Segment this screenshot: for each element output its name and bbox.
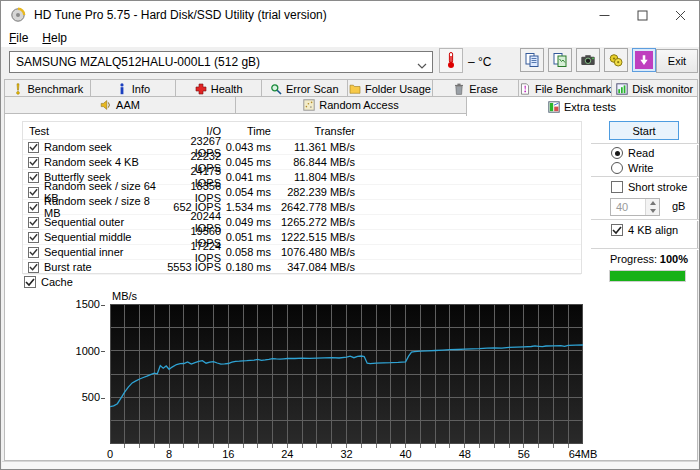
short-stroke-label: Short stroke [628,181,687,193]
copy-image-button[interactable] [548,48,572,72]
tab-file-benchmark[interactable]: File Benchmark [518,79,612,97]
short-stroke-checkbox[interactable]: Short stroke [611,181,687,193]
start-button[interactable]: Start [609,121,679,140]
row-checkbox[interactable] [28,217,39,228]
window-title: HD Tune Pro 5.75 - Hard Disk/SSD Utility… [34,8,327,22]
cell-transfer: 1076.480 MB/s [271,246,355,258]
align-checkbox[interactable]: 4 KB align [611,224,678,236]
gb-unit-label: gB [672,200,685,212]
test-name: Burst rate [44,261,92,273]
row-checkbox[interactable] [28,157,39,168]
benchmark-icon [12,83,24,95]
cache-checkbox[interactable]: Cache [24,276,73,288]
table-row: Random seek23267 IOPS0.043 ms11.361 MB/s [23,140,581,155]
cell-time: 0.041 ms [221,171,271,183]
tab-error-scan[interactable]: Error Scan [261,79,348,97]
short-stroke-box[interactable] [611,181,623,193]
tab-benchmark[interactable]: Benchmark [4,79,91,97]
x-tick-40: 40 [400,448,412,460]
app-window: HD Tune Pro 5.75 - Hard Disk/SSD Utility… [0,0,700,470]
test-name: Sequential outer [44,216,124,228]
tab-disk-monitor[interactable]: Disk monitor [611,79,698,97]
menu-file[interactable]: File [9,31,28,45]
disk-monitor-icon [616,83,628,95]
random-access-icon [303,99,315,111]
cell-time: 0.049 ms [221,216,271,228]
screenshot-button[interactable] [576,48,600,72]
x-tick-32: 32 [340,448,352,460]
error-scan-icon [270,83,282,95]
cell-transfer: 11.361 MB/s [271,141,355,153]
read-radio-circle[interactable] [611,147,623,159]
tab-label: Error Scan [286,83,339,95]
write-radio[interactable]: Write [611,162,653,174]
write-radio-circle[interactable] [611,162,623,174]
tab-label: AAM [116,99,140,111]
chart-y-axis-unit: MB/s [112,290,137,302]
x-tick-8: 8 [166,448,172,460]
cell-time: 0.045 ms [221,156,271,168]
tab-label: Health [211,83,243,95]
cell-transfer: 86.844 MB/s [271,156,355,168]
x-tick-0: 0 [107,448,113,460]
copy-image-icon [552,52,568,68]
spinner-down-icon[interactable] [646,207,659,215]
close-button[interactable] [661,1,699,29]
export-button[interactable] [632,48,656,72]
drive-selector[interactable]: SAMSUNG MZALQ512HALU-000L1 (512 gB) [9,51,433,73]
x-tick-16: 16 [222,448,234,460]
temperature-value: – °C [468,55,491,69]
spinner-up-icon[interactable] [646,199,659,207]
table-row: Random seek 4 KB22232 IOPS0.045 ms86.844… [23,155,581,170]
cache-box[interactable] [24,276,36,288]
short-stroke-size-spinner[interactable]: 40 [610,198,660,216]
align-box[interactable] [611,224,623,236]
spinner-value: 40 [611,199,645,215]
transfer-rate-chart [110,304,583,449]
export-button-accent [635,51,653,69]
row-checkbox[interactable] [28,142,39,153]
extra-tests-panel: Test I/O Time Transfer Random seek23267 … [4,113,698,461]
write-label: Write [628,162,653,174]
row-checkbox[interactable] [28,247,39,258]
thermometer-icon [444,51,458,71]
maximize-button[interactable] [623,1,661,29]
cell-test: Sequential inner [23,246,163,258]
cache-label: Cache [41,276,73,288]
read-label: Read [628,147,654,159]
table-row: Random seek / size 8 MB652 IOPS1.534 ms2… [23,200,581,215]
row-checkbox[interactable] [28,202,39,213]
temperature-button[interactable] [439,48,463,73]
x-tick-56: 56 [518,448,530,460]
cell-time: 1.534 ms [221,201,271,213]
separator [591,143,699,145]
table-header: Test I/O Time Transfer [23,122,581,140]
tab-erase[interactable]: Erase [432,79,519,97]
tab-extra-tests[interactable]: Extra tests [466,96,698,116]
row-checkbox[interactable] [28,232,39,243]
tab-label: Disk monitor [632,83,693,95]
tab-folder-usage[interactable]: Folder Usage [347,79,434,97]
read-radio[interactable]: Read [611,147,654,159]
x-tick-64MB: 64MB [569,448,598,460]
tab-aam[interactable]: AAM [4,96,236,114]
cell-test: Random seek 4 KB [23,156,163,168]
exit-button[interactable]: Exit [656,49,698,73]
table-row: Sequential inner17224 IOPS0.058 ms1076.4… [23,245,581,260]
y-tick-500: 500 [73,391,105,403]
results-table: Test I/O Time Transfer Random seek23267 … [22,121,582,274]
tab-info[interactable]: Info [90,79,177,97]
tab-label: File Benchmark [535,83,611,95]
tab-health[interactable]: Health [175,79,262,97]
cell-time: 0.180 ms [221,261,271,273]
menubar: FileHelp [1,29,699,47]
menu-help[interactable]: Help [42,31,67,45]
x-tick-48: 48 [459,448,471,460]
camera-icon [580,52,596,68]
copy-text-button[interactable] [520,48,544,72]
row-checkbox[interactable] [28,262,39,273]
save-results-button[interactable] [604,48,628,72]
minimize-button[interactable] [585,1,623,29]
tab-random-access[interactable]: Random Access [235,96,467,114]
table-row: Sequential middle19560 IOPS0.051 ms1222.… [23,230,581,245]
